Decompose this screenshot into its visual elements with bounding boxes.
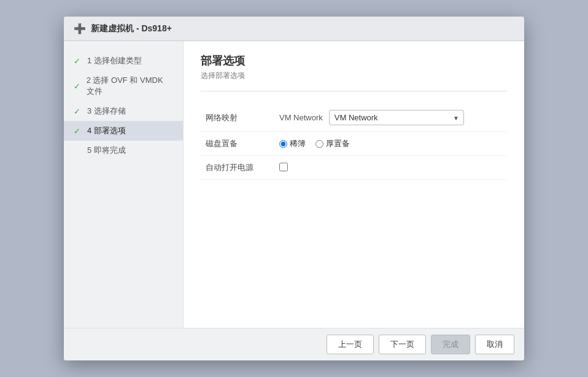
sidebar-item-step3[interactable]: ✓ 3 选择存储 [64, 101, 183, 121]
title-bar: ➕ 新建虚拟机 - Ds918+ [64, 17, 524, 41]
sidebar-label-step5: 5 即将完成 [87, 145, 126, 156]
thick-provision-radio[interactable] [315, 140, 323, 148]
content-area: 部署选项 选择部署选项 网络映射 VM Network VM Network [184, 41, 524, 328]
page-subtitle: 选择部署选项 [201, 71, 507, 81]
thick-provision-label[interactable]: 厚置备 [315, 138, 350, 149]
thin-provision-radio[interactable] [279, 140, 287, 148]
dialog-title: 新建虚拟机 - Ds918+ [91, 23, 172, 34]
sidebar-item-step4[interactable]: ✓ 4 部署选项 [64, 121, 183, 141]
sidebar-item-step5[interactable]: 5 即将完成 [64, 141, 183, 160]
disk-provisioning-options: 稀簿 厚置备 [279, 138, 502, 149]
prev-button[interactable]: 上一页 [327, 335, 374, 354]
sidebar-label-step1: 1 选择创建类型 [87, 55, 142, 66]
thin-provision-label[interactable]: 稀簿 [279, 138, 306, 149]
auto-power-checkbox[interactable] [279, 163, 288, 171]
sidebar: ✓ 1 选择创建类型 ✓ 2 选择 OVF 和 VMDK 文件 ✓ 3 选择存储… [64, 41, 184, 328]
finish-button[interactable]: 完成 [431, 335, 470, 354]
sidebar-label-step3: 3 选择存储 [87, 106, 126, 117]
check-icon-step4: ✓ [74, 126, 83, 136]
network-mapping-content: VM Network VM Network ▼ [279, 110, 502, 125]
auto-power-row: 自动打开电源 [201, 156, 507, 180]
network-select-wrapper: VM Network ▼ [329, 110, 464, 125]
disk-provisioning-label: 磁盘置备 [206, 139, 238, 148]
dialog-footer: 上一页 下一页 完成 取消 [64, 328, 524, 360]
dialog-icon: ➕ [74, 23, 86, 34]
auto-power-label: 自动打开电源 [206, 163, 253, 172]
dialog-body: ✓ 1 选择创建类型 ✓ 2 选择 OVF 和 VMDK 文件 ✓ 3 选择存储… [64, 41, 524, 328]
sidebar-label-step2: 2 选择 OVF 和 VMDK 文件 [87, 75, 173, 97]
next-button[interactable]: 下一页 [379, 335, 426, 354]
dialog: ➕ 新建虚拟机 - Ds918+ ✓ 1 选择创建类型 ✓ 2 选择 OVF 和… [64, 17, 524, 360]
sidebar-label-step4: 4 部署选项 [87, 125, 126, 136]
cancel-button[interactable]: 取消 [475, 335, 514, 354]
check-icon-step1: ✓ [74, 56, 83, 66]
divider [201, 91, 507, 91]
sidebar-item-step1[interactable]: ✓ 1 选择创建类型 [64, 51, 183, 71]
check-icon-step3: ✓ [74, 107, 83, 116]
network-mapping-row: 网络映射 VM Network VM Network ▼ [201, 104, 507, 132]
page-title: 部署选项 [201, 53, 507, 68]
check-icon-step2: ✓ [74, 82, 83, 91]
form-table: 网络映射 VM Network VM Network ▼ [201, 104, 507, 180]
vm-network-label: VM Network [279, 113, 323, 122]
network-select[interactable]: VM Network [329, 110, 464, 125]
thin-provision-text: 稀簿 [290, 138, 306, 149]
sidebar-item-step2[interactable]: ✓ 2 选择 OVF 和 VMDK 文件 [64, 71, 183, 101]
network-mapping-label: 网络映射 [206, 113, 238, 122]
thick-provision-text: 厚置备 [326, 138, 350, 149]
disk-provisioning-row: 磁盘置备 稀簿 厚置备 [201, 132, 507, 156]
